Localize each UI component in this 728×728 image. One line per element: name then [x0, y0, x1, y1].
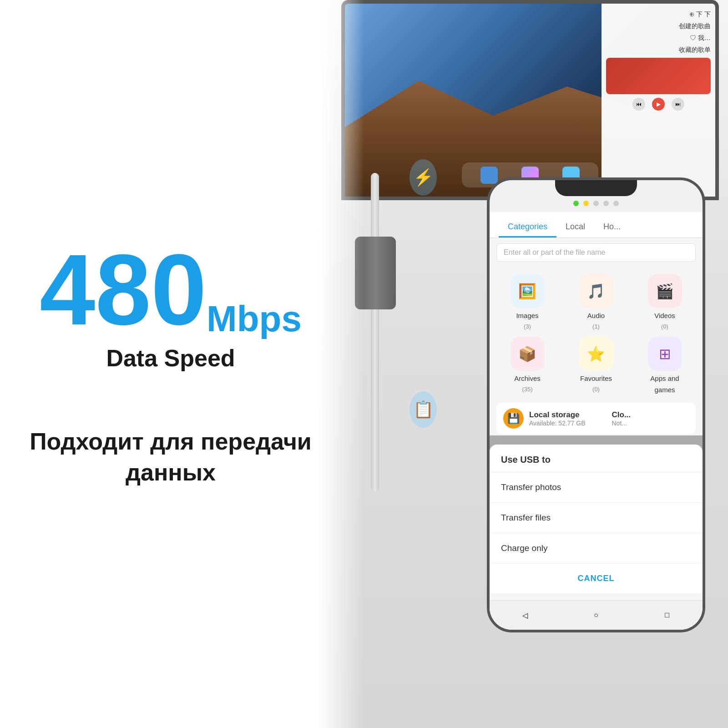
speed-container: 480Mbps Data Speed [40, 240, 302, 372]
category-grid: 🖼️ Images (3) 🎵 Audio (1) 🎬 Videos [490, 267, 703, 400]
category-audio[interactable]: 🎵 Audio (1) [565, 274, 627, 330]
status-dots [573, 201, 619, 206]
phone-notch [555, 180, 637, 196]
phone-status-bar [490, 180, 703, 198]
usb-option-charge-only[interactable]: Charge only [490, 533, 703, 564]
nav-recent-button[interactable]: □ [660, 608, 674, 622]
chinese-line-3: ♡ 我… [606, 34, 711, 42]
favourites-icon: ⭐ [579, 337, 613, 371]
cloud-sub: Not... [612, 420, 689, 427]
images-icon: 🖼️ [511, 274, 545, 308]
apps-label: Apps and [650, 374, 679, 382]
category-archives[interactable]: 📦 Archives (35) [496, 337, 558, 394]
play-button[interactable]: ▶ [652, 98, 665, 111]
usb-dialog: Use USB to Transfer photos Transfer file… [490, 445, 703, 593]
macbook-lid: ⊕ 下 下 创建的歌曲 ♡ 我… 收藏的歌单 ⏮ ▶ ⏭ [341, 0, 719, 200]
favourites-label: Favourites [580, 374, 612, 382]
apps-label-2: games [654, 386, 675, 394]
usb-dialog-overlay: Use USB to Transfer photos Transfer file… [490, 435, 703, 593]
speed-unit: Mbps [207, 298, 302, 339]
nav-back-button[interactable]: ◁ [518, 608, 532, 622]
chinese-line-4: 收藏的歌单 [606, 46, 711, 54]
storage-icon: 💾 [503, 408, 524, 429]
music-controls: ⏮ ▶ ⏭ [606, 98, 711, 111]
images-label: Images [516, 312, 538, 319]
lightning-symbol-top: ⚡ [413, 168, 434, 187]
phone-body: Categories Local Ho... Enter all or part… [487, 177, 705, 632]
videos-count: (0) [661, 323, 668, 330]
status-dot-gray1 [593, 201, 599, 206]
search-bar[interactable]: Enter all or part of the file name [496, 243, 696, 262]
left-section: 480Mbps Data Speed Подходит для передачи… [0, 0, 341, 728]
left-fade [318, 0, 364, 728]
speed-number: 480 [40, 234, 207, 346]
storage-name: Local storage [529, 410, 607, 420]
music-thumbnail [606, 58, 711, 94]
chinese-line-2: 创建的歌曲 [606, 22, 711, 30]
status-dot-green [573, 201, 579, 206]
chinese-ui-panel: ⊕ 下 下 创建的歌曲 ♡ 我… 收藏的歌单 ⏮ ▶ ⏭ [602, 4, 715, 197]
tab-local[interactable]: Local [556, 217, 594, 238]
data-icon-symbol: 📋 [413, 400, 434, 419]
usb-dialog-title: Use USB to [490, 445, 703, 472]
data-indicator-icon: 📋 [410, 391, 437, 428]
prev-button[interactable]: ⏮ [632, 98, 645, 111]
macbook-screen: ⊕ 下 下 创建的歌曲 ♡ 我… 收藏的歌单 ⏮ ▶ ⏭ [345, 4, 715, 197]
right-section: ⊕ 下 下 创建的歌曲 ♡ 我… 收藏的歌单 ⏮ ▶ ⏭ [318, 0, 728, 728]
storage-info: Local storage Available: 52.77 GB [529, 410, 607, 427]
lightning-icon-top: ⚡ [410, 159, 437, 196]
russian-text: Подходит для передачи данных [27, 426, 314, 488]
tab-home[interactable]: Ho... [594, 217, 630, 238]
status-dot-gray3 [613, 201, 619, 206]
phone-nav-bar: ◁ ○ □ [490, 600, 703, 630]
category-images[interactable]: 🖼️ Images (3) [496, 274, 558, 330]
tab-categories[interactable]: Categories [499, 217, 556, 238]
nav-home-button[interactable]: ○ [589, 608, 603, 622]
usb-cable [371, 173, 379, 491]
archives-icon: 📦 [511, 337, 545, 371]
category-videos[interactable]: 🎬 Videos (0) [634, 274, 696, 330]
status-dot-gray2 [603, 201, 609, 206]
audio-label: Audio [587, 312, 605, 319]
category-favourites[interactable]: ⭐ Favourites (0) [565, 337, 627, 394]
status-dot-yellow [583, 201, 589, 206]
audio-icon: 🎵 [579, 274, 613, 308]
usb-option-transfer-photos[interactable]: Transfer photos [490, 472, 703, 503]
archives-count: (35) [522, 386, 532, 393]
favourites-count: (0) [592, 386, 600, 393]
chinese-line-1: ⊕ 下 下 [606, 10, 711, 19]
videos-icon: 🎬 [648, 274, 682, 308]
phone-screen: Categories Local Ho... Enter all or part… [490, 180, 703, 630]
usb-option-transfer-files[interactable]: Transfer files [490, 503, 703, 533]
tab-bar: Categories Local Ho... [490, 212, 703, 238]
images-count: (3) [524, 323, 531, 330]
audio-count: (1) [592, 323, 600, 330]
storage-bar[interactable]: 💾 Local storage Available: 52.77 GB Clo.… [496, 403, 696, 434]
category-apps[interactable]: ⊞ Apps and games [634, 337, 696, 394]
usb-cancel-button[interactable]: CANCEL [490, 564, 703, 593]
cloud-label: Clo... [612, 410, 689, 420]
speed-label: Data Speed [40, 344, 302, 372]
next-button[interactable]: ⏭ [672, 98, 684, 111]
cloud-storage-info: Clo... Not... [612, 410, 689, 427]
app-categories-section: Categories Local Ho... Enter all or part… [490, 212, 703, 630]
speed-display: 480Mbps [40, 240, 302, 340]
storage-available: Available: 52.77 GB [529, 420, 607, 427]
archives-label: Archives [514, 374, 541, 382]
apps-icon: ⊞ [648, 337, 682, 371]
videos-label: Videos [654, 312, 675, 319]
phone-wrapper: Categories Local Ho... Enter all or part… [487, 177, 714, 655]
